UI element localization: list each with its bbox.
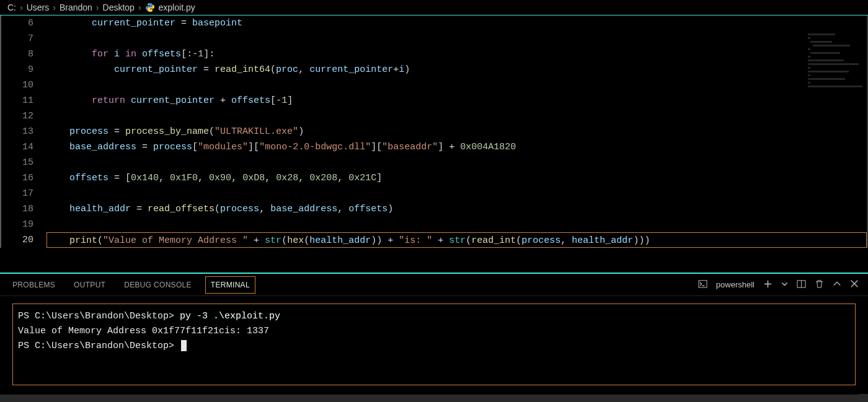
code-line[interactable]: current_pointer = basepoint	[47, 15, 867, 31]
breadcrumb-segment[interactable]: Desktop	[103, 2, 135, 12]
python-file-icon	[145, 2, 155, 12]
breadcrumb-segment[interactable]: C:	[7, 2, 16, 12]
line-number[interactable]: 14	[1, 139, 33, 155]
line-number[interactable]: 6	[1, 15, 33, 31]
code-line[interactable]: current_pointer = read_int64(proc, curre…	[47, 62, 867, 77]
horizontal-scrollbar[interactable]	[0, 395, 859, 402]
chevron-down-icon[interactable]	[781, 281, 788, 289]
svg-point-0	[148, 4, 148, 4]
line-number[interactable]: 19	[1, 217, 33, 232]
line-number[interactable]: 17	[1, 186, 33, 201]
code-content[interactable]: current_pointer = basepoint for i in off…	[47, 15, 867, 248]
chevron-right-icon: ›	[53, 2, 56, 12]
tab-output[interactable]: OUTPUT	[74, 276, 105, 294]
breadcrumb[interactable]: C: › Users › Brandon › Desktop › exploit…	[0, 0, 868, 15]
line-number[interactable]: 8	[1, 46, 33, 62]
code-editor[interactable]: 67891011121314151617181920 current_point…	[0, 15, 868, 248]
code-line[interactable]	[47, 31, 867, 46]
terminal-shell-label[interactable]: powershell	[716, 280, 755, 289]
code-line[interactable]	[47, 77, 867, 93]
terminal-shell-icon[interactable]	[698, 279, 707, 291]
line-number[interactable]: 13	[1, 124, 33, 139]
chevron-up-icon[interactable]	[833, 279, 841, 290]
bottom-panel: PROBLEMS OUTPUT DEBUG CONSOLE TERMINAL p…	[0, 274, 868, 385]
line-number[interactable]: 12	[1, 108, 33, 124]
line-number[interactable]: 10	[1, 77, 33, 93]
code-line[interactable]: print("Value of Memory Address " + str(h…	[46, 232, 867, 248]
breadcrumb-segment[interactable]: Brandon	[60, 2, 92, 12]
code-line[interactable]	[47, 155, 867, 170]
line-number[interactable]: 18	[1, 201, 33, 217]
chevron-right-icon: ›	[20, 2, 23, 12]
terminal-output[interactable]: PS C:\Users\Brandon\Desktop> py -3 .\exp…	[12, 304, 856, 385]
code-line[interactable]	[47, 186, 867, 201]
code-line[interactable]: process = process_by_name("ULTRAKILL.exe…	[47, 124, 867, 139]
svg-point-1	[151, 11, 151, 11]
line-number-gutter[interactable]: 67891011121314151617181920	[1, 15, 47, 248]
tab-terminal[interactable]: TERMINAL	[205, 276, 255, 294]
tab-problems[interactable]: PROBLEMS	[12, 276, 55, 294]
line-number[interactable]: 11	[1, 93, 33, 108]
terminal-cursor	[181, 340, 187, 351]
trash-icon[interactable]	[815, 279, 824, 291]
panel-tab-bar: PROBLEMS OUTPUT DEBUG CONSOLE TERMINAL p…	[0, 274, 868, 296]
code-line[interactable]	[47, 108, 867, 124]
split-terminal-icon[interactable]	[797, 279, 806, 291]
chevron-right-icon: ›	[138, 2, 141, 12]
line-number[interactable]: 9	[1, 62, 33, 77]
line-number[interactable]: 20	[1, 232, 33, 248]
code-line[interactable]: for i in offsets[:-1]:	[47, 46, 867, 62]
chevron-right-icon: ›	[96, 2, 99, 12]
line-number[interactable]: 16	[1, 170, 33, 186]
close-icon[interactable]	[850, 279, 859, 290]
svg-rect-2	[699, 280, 707, 287]
line-number[interactable]: 7	[1, 31, 33, 46]
code-line[interactable]: base_address = process["modules"]["mono-…	[47, 139, 867, 155]
code-line[interactable]: offsets = [0x140, 0x1F0, 0x90, 0xD8, 0x2…	[47, 170, 867, 186]
breadcrumb-segment[interactable]: Users	[27, 2, 50, 12]
new-terminal-icon[interactable]	[763, 279, 773, 291]
breadcrumb-file[interactable]: exploit.py	[159, 2, 195, 12]
code-line[interactable]	[47, 217, 867, 232]
line-number[interactable]: 15	[1, 155, 33, 170]
code-line[interactable]: return current_pointer + offsets[-1]	[47, 93, 867, 108]
vertical-scrollbar-corner[interactable]	[859, 394, 868, 402]
code-line[interactable]: health_addr = read_offsets(process, base…	[47, 201, 867, 217]
tab-debug-console[interactable]: DEBUG CONSOLE	[124, 276, 192, 294]
